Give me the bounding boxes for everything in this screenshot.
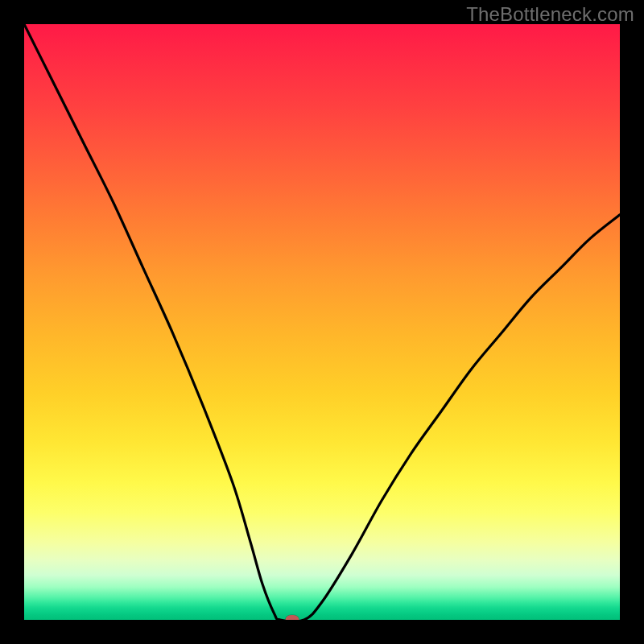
bottleneck-curve [24,24,620,620]
curve-path [24,24,620,620]
optimal-point-marker [286,615,299,620]
watermark-text: TheBottleneck.com [466,3,634,26]
chart-container: TheBottleneck.com [0,0,644,644]
plot-area [24,24,620,620]
